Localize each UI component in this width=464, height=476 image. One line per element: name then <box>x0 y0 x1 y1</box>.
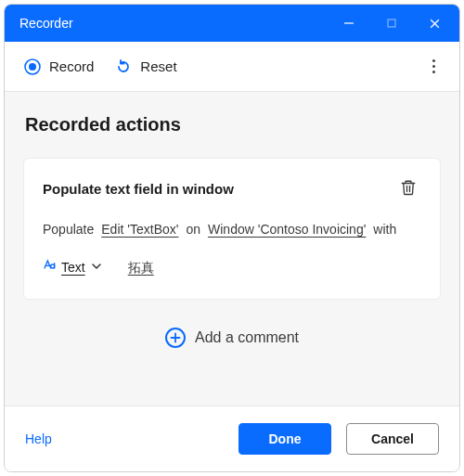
toolbar: Record Reset <box>5 42 459 92</box>
add-comment-button[interactable]: Add a comment <box>23 320 441 355</box>
maximize-button[interactable] <box>370 5 413 42</box>
add-comment-label: Add a comment <box>195 329 299 346</box>
action-value-link[interactable]: 拓真 <box>128 254 154 281</box>
action-target-link[interactable]: Edit 'TextBox' <box>101 216 178 243</box>
reset-icon <box>114 58 133 76</box>
action-on: on <box>186 216 200 243</box>
record-icon <box>23 58 42 76</box>
footer: Help Done Cancel <box>5 406 459 471</box>
trash-icon <box>400 179 417 199</box>
content-area: Recorded actions Populate text field in … <box>5 92 459 406</box>
action-window-link[interactable]: Window 'Contoso Invoicing' <box>208 216 366 243</box>
action-card-title: Populate text field in window <box>43 181 395 197</box>
close-button[interactable] <box>413 5 456 42</box>
chevron-down-icon <box>91 254 102 281</box>
delete-action-button[interactable] <box>395 175 421 201</box>
value-type-label: Text <box>61 254 85 281</box>
text-type-icon <box>43 254 58 281</box>
action-card-header: Populate text field in window <box>43 175 421 201</box>
cancel-button[interactable]: Cancel <box>346 423 439 455</box>
section-title: Recorded actions <box>25 114 439 135</box>
value-type-picker[interactable]: Text <box>43 254 102 281</box>
titlebar: Recorder <box>5 5 459 42</box>
record-button[interactable]: Record <box>23 58 94 76</box>
action-verb: Populate <box>43 216 94 243</box>
more-icon <box>432 58 435 75</box>
more-menu-button[interactable] <box>417 50 450 84</box>
recorder-window: Recorder Record <box>4 4 460 472</box>
action-card: Populate text field in window Populat <box>23 158 441 300</box>
minimize-button[interactable] <box>328 5 370 42</box>
action-with: with <box>373 216 396 243</box>
plus-circle-icon <box>165 328 186 348</box>
done-button[interactable]: Done <box>238 423 331 455</box>
reset-button[interactable]: Reset <box>114 58 176 76</box>
window-title: Recorder <box>19 16 328 31</box>
svg-rect-1 <box>388 19 395 27</box>
record-label: Record <box>49 58 94 74</box>
help-link[interactable]: Help <box>25 431 52 446</box>
svg-point-5 <box>29 63 36 71</box>
action-card-body: Populate Edit 'TextBox' on Window 'Conto… <box>43 216 421 282</box>
reset-label: Reset <box>140 58 176 74</box>
